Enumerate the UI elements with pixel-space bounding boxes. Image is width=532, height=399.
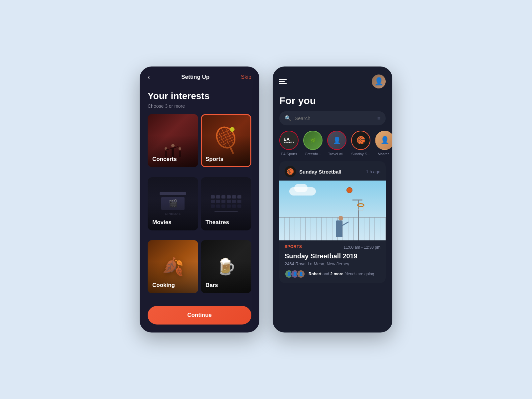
feed-item-1: 🏀 Sunday Streetball 1 h ago (279, 161, 386, 283)
channel-ea[interactable]: EA SPORTS EA Sports (279, 131, 299, 156)
interests-section: Your interests Choose 3 or more (140, 84, 259, 114)
feed-category: Sports (285, 244, 302, 249)
left-header: ‹ Setting Up Skip (140, 66, 259, 84)
ea-name: EA Sports (281, 152, 297, 156)
svg-line-1 (217, 131, 232, 139)
channels-row: EA SPORTS EA Sports 🌿 Greenfo... 👤 Trave… (273, 131, 392, 161)
channel-travel[interactable]: 👤 Travel wi... (327, 131, 346, 156)
right-phone: 👤 For you 🔍 ≡ EA SPORTS EA Sports 🌿 Gree… (273, 66, 392, 332)
svg-line-8 (225, 127, 233, 145)
for-you-title: For you (273, 92, 392, 111)
travel-avatar: 👤 (327, 131, 346, 150)
bars-item[interactable]: 🍺 Bars (201, 240, 251, 293)
svg-line-2 (218, 134, 233, 141)
ea-avatar: EA SPORTS (279, 131, 299, 150)
sports-item[interactable]: Sports (201, 114, 251, 167)
header-title: Setting Up (181, 74, 209, 80)
feed-friends: 👤 👤 👤 Robert and 2 more friends are goin… (285, 270, 380, 278)
feed-info: Sports 11:00 am - 12:30 pm Sunday Street… (279, 240, 386, 283)
friend-avatars: 👤 👤 👤 (285, 270, 303, 278)
skip-button[interactable]: Skip (241, 74, 251, 80)
theatres-item[interactable]: Theatres (201, 177, 251, 230)
search-bar: 🔍 ≡ (279, 111, 386, 125)
feed-title: Sunday Streetball 2019 (285, 252, 380, 260)
back-button[interactable]: ‹ (148, 73, 150, 81)
feed-location: 2464 Royal Ln Mesa, New Jersey (285, 261, 380, 266)
feed-time: 1 h ago (366, 169, 380, 174)
travel-name: Travel wi... (328, 152, 346, 156)
cooking-label: Cooking (152, 282, 175, 289)
channel-sunday[interactable]: 🏀 Sunday S... (351, 131, 370, 156)
streetball-icon: 🏀 (285, 166, 296, 177)
sports-label: Sports (205, 156, 223, 163)
feed-friends-text: Robert and 2 more friends are going (309, 272, 374, 276)
racket-svg (206, 121, 246, 161)
bars-label: Bars (205, 282, 218, 289)
svg-line-5 (221, 139, 235, 146)
greenfo-name: Greenfo... (305, 152, 321, 156)
svg-line-3 (219, 136, 235, 144)
feed-source-name: Sunday Streetball (299, 169, 341, 175)
svg-line-7 (221, 128, 230, 147)
continue-button[interactable]: Continue (148, 306, 251, 325)
right-header: 👤 (273, 66, 392, 92)
movies-item[interactable]: 🎬 CINEMAS Movies (148, 177, 198, 230)
channel-master[interactable]: 👤 Master... (375, 131, 392, 156)
left-phone: ‹ Setting Up Skip Your interests Choose … (140, 66, 259, 332)
svg-line-6 (218, 130, 226, 148)
filter-icon[interactable]: ≡ (377, 115, 380, 121)
search-icon: 🔍 (285, 115, 291, 121)
interests-title: Your interests (148, 91, 251, 101)
master-avatar: 👤 (375, 131, 392, 150)
search-input[interactable] (295, 115, 374, 121)
feed-item-header: 🏀 Sunday Streetball 1 h ago (279, 161, 386, 181)
feed-image (279, 181, 386, 240)
menu-button[interactable] (279, 79, 287, 84)
avatar[interactable]: 👤 (372, 74, 386, 88)
feed-category-time: Sports 11:00 am - 12:30 pm (285, 244, 380, 250)
svg-line-4 (217, 130, 230, 136)
channel-greenfo[interactable]: 🌿 Greenfo... (303, 131, 323, 156)
friend-avatar-3: 👤 (297, 270, 305, 278)
interests-subtitle: Choose 3 or more (148, 103, 251, 109)
feed-source: 🏀 Sunday Streetball (285, 166, 341, 177)
sunday-name: Sunday S... (351, 152, 370, 156)
svg-line-9 (230, 147, 233, 153)
greenfo-avatar: 🌿 (303, 131, 323, 150)
feed-event-time: 11:00 am - 12:30 pm (343, 245, 380, 250)
concerts-item[interactable]: Concerts (148, 114, 198, 167)
svg-point-0 (213, 124, 238, 151)
theatres-label: Theatres (205, 219, 229, 226)
movies-label: Movies (152, 219, 172, 226)
cooking-item[interactable]: 🍂 Cooking (148, 240, 198, 293)
concerts-label: Concerts (152, 156, 177, 163)
sunday-avatar: 🏀 (351, 131, 370, 150)
master-name: Master... (378, 152, 392, 156)
svg-point-10 (229, 126, 235, 133)
interests-grid: Concerts (140, 114, 259, 301)
